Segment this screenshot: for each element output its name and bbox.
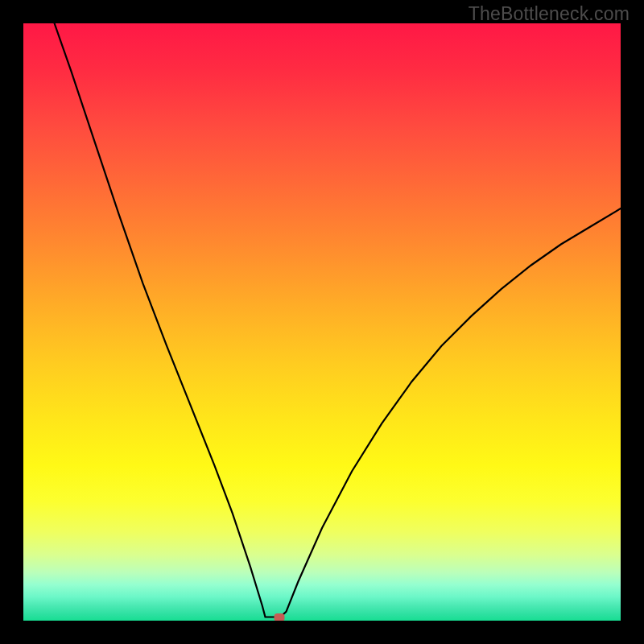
chart-frame: TheBottleneck.com	[0, 0, 644, 644]
curve-path	[55, 23, 621, 617]
optimum-marker	[274, 613, 284, 621]
plot-area	[23, 23, 621, 621]
curve-svg	[23, 23, 621, 621]
watermark-text: TheBottleneck.com	[469, 3, 630, 25]
